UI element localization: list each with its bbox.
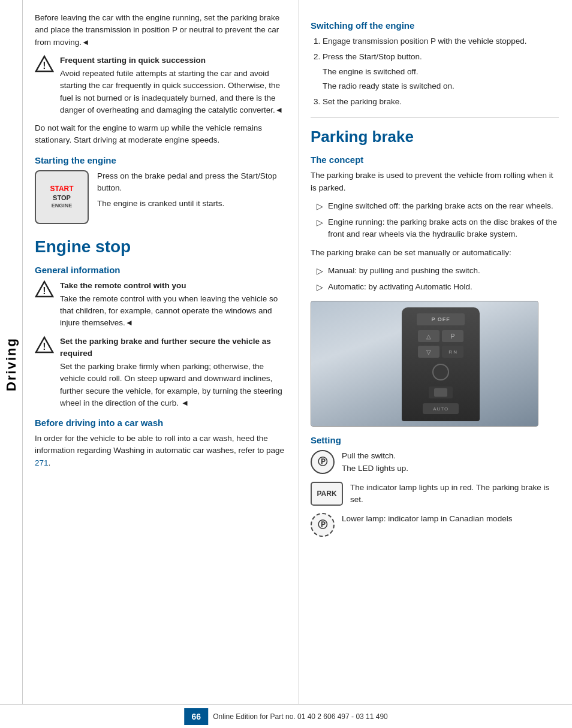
concept-auto-bullets: Manual: by pulling and pushing the switc… [311,265,559,294]
warning-title-3: Set the parking brake and further secure… [60,336,285,360]
setting-line1-1: Pull the switch. [342,451,396,460]
warning-block-3: ! Set the parking brake and further secu… [35,336,285,410]
warning-title-2: Take the remote control with you [60,280,285,292]
warning-body-3: Set the parking brake firmly when parkin… [60,362,282,407]
start-instruction-2: The engine is cranked until it starts. [97,198,285,210]
switching-off-steps: Engage transmission position P with the … [311,35,559,108]
footer-page-number-area: 66 Online Edition for Part no. 01 40 2 6… [184,708,388,725]
footer-text: Online Edition for Part no. 01 40 2 606 … [213,712,388,721]
svg-text:!: ! [43,286,46,296]
page-number-box: 66 [184,708,208,725]
warning-icon-3: ! [35,336,54,355]
setting-heading: Setting [311,435,559,445]
sidebar-label: Driving [4,337,19,391]
engine-stop-heading: Engine stop [35,237,285,256]
concept-bullet-2-text: Engine running: the parking brake acts o… [328,216,559,241]
parking-image-inner: P OFF △ P ▽ R N AUTO [311,301,538,426]
setting-line2-1: The LED lights up. [342,464,408,473]
concept-bullet-2: Engine running: the parking brake acts o… [311,216,559,241]
concept-auto-bullet-2-text: Automatic: by activating Automatic Hold. [328,281,472,293]
setting-line1-2: The indicator lamp lights up in red. The… [350,483,549,504]
step-2-sub1: The engine is switched off. [323,66,559,78]
setting-icon-p-dashed: Ⓟ [311,513,335,537]
setting-icon-p-circle: Ⓟ [311,450,335,474]
concept-heading: The concept [311,155,559,165]
start-instruction-1: Press on the brake pedal and press the S… [97,170,285,195]
start-stop-section: START STOP ENGINE Press on the brake ped… [35,170,285,224]
step-2-sub2: The radio ready state is switched on. [323,80,559,92]
switching-off-heading: Switching off the engine [311,20,559,31]
warning-block-1: ! Frequent starting in quick succession … [35,55,285,116]
parking-brake-image: P OFF △ P ▽ R N AUTO [311,301,538,427]
warm-up-text: Do not wait for the engine to warm up wh… [35,122,285,147]
concept-auto-text: The parking brake can be set manually or… [311,247,559,259]
step-2: Press the Start/Stop button. The engine … [323,51,559,92]
setting-text-2: The indicator lamp lights up in red. The… [350,482,559,506]
concept-auto-bullet-1: Manual: by pulling and pushing the switc… [311,265,559,277]
svg-text:!: ! [43,342,46,352]
starting-heading: Starting the engine [35,155,285,165]
setting-text-3: Lower lamp: indicator lamp in Canadian m… [342,513,512,525]
step-2-main: Press the Start/Stop button. [323,52,422,61]
step-1-text: Engage transmission position P with the … [323,37,526,46]
carwash-text: In order for the vehicle to be able to r… [35,433,285,469]
setting-line1-3: Lower lamp: indicator lamp in Canadian m… [342,514,512,523]
warning-icon-2: ! [35,280,54,299]
setting-text-1: Pull the switch. The LED lights up. [342,450,408,475]
intro-text: Before leaving the car with the engine r… [35,12,285,49]
start-instructions: Press on the brake pedal and press the S… [97,170,285,216]
parking-brake-heading: Parking brake [311,128,559,146]
step-3-text: Set the parking brake. [323,97,402,106]
setting-icon-park: PARK [311,482,343,506]
warning-title-1: Frequent starting in quick succession [60,55,285,67]
warning-text-3: Set the parking brake and further secure… [60,336,285,410]
setting-row-2: PARK The indicator lamp lights up in red… [311,482,559,506]
svg-text:!: ! [43,61,46,71]
page-footer: 66 Online Edition for Part no. 01 40 2 6… [0,704,572,728]
setting-icon-p-circle-label: Ⓟ [318,456,327,469]
left-column: Before leaving the car with the engine r… [23,0,299,728]
start-stop-button-image: START STOP ENGINE [35,170,89,224]
concept-intro: The parking brake is used to prevent the… [311,170,559,194]
sidebar: Driving [0,0,23,728]
concept-bullet-1-text: Engine switched off: the parking brake a… [328,200,553,212]
carwash-page-link[interactable]: 271 [35,458,49,467]
step-1: Engage transmission position P with the … [323,35,559,47]
right-column: Switching off the engine Engage transmis… [299,0,572,728]
divider-1 [311,117,559,118]
general-info-heading: General information [35,265,285,275]
carwash-heading: Before driving into a car wash [35,418,285,428]
warning-body-2: Take the remote control with you when le… [60,294,278,328]
concept-bullets: Engine switched off: the parking brake a… [311,200,559,241]
warning-block-2: ! Take the remote control with you Take … [35,280,285,330]
warning-text-2: Take the remote control with you Take th… [60,280,285,330]
setting-row-3: Ⓟ Lower lamp: indicator lamp in Canadian… [311,513,559,537]
warning-text-1: Frequent starting in quick succession Av… [60,55,285,116]
warning-icon-1: ! [35,55,54,74]
setting-icon-p-dashed-label: Ⓟ [318,519,327,531]
setting-row-1: Ⓟ Pull the switch. The LED lights up. [311,450,559,475]
concept-bullet-1: Engine switched off: the parking brake a… [311,200,559,213]
step-3: Set the parking brake. [323,96,559,108]
concept-auto-bullet-1-text: Manual: by pulling and pushing the switc… [328,265,480,277]
setting-icon-park-label: PARK [317,490,336,498]
warning-body-1: Avoid repeated futile attempts at starti… [60,69,283,114]
concept-auto-bullet-2: Automatic: by activating Automatic Hold. [311,281,559,294]
